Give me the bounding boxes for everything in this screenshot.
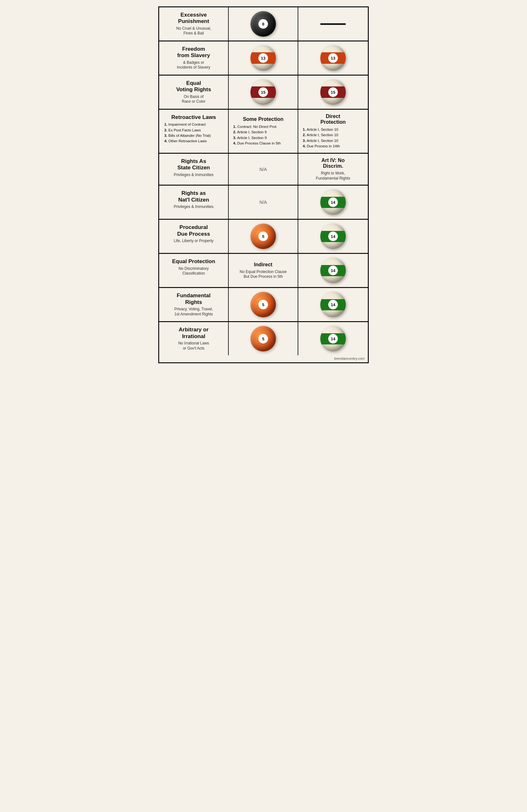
billiard-ball-13: 13	[251, 45, 276, 71]
row-subtitle: Privileges & Immunities	[174, 204, 214, 209]
cell-subtitle: No Equal Protection ClauseBut Due Proces…	[240, 270, 286, 279]
billiard-ball-14: 14	[320, 326, 346, 351]
billiard-ball-15: 15	[320, 79, 346, 105]
cell-heading: Indirect	[254, 262, 272, 267]
row-title: ExcessivePunishment	[178, 12, 209, 25]
row-procedural-due-process: ProceduralDue ProcessLife, Liberty or Pr…	[159, 220, 368, 254]
cell-heading: Some Protection	[243, 116, 283, 122]
billiard-ball-14: 14	[320, 189, 346, 215]
row-title: Rights AsState Citizen	[177, 158, 210, 171]
row-title: Arbitrary orIrrational	[179, 327, 209, 340]
row-rights-as-natl-citizen: Rights asNat'l CitizenPrivileges & Immun…	[159, 186, 368, 220]
row-subtitle: No DiscriminatoryClassification	[179, 266, 209, 276]
row-subtitle: Life, Liberty or Property	[174, 238, 214, 244]
row-rights-as-state-citizen: Rights AsState CitizenPrivileges & Immun…	[159, 154, 368, 186]
na-label: N/A	[259, 167, 267, 172]
row-list: 1. Impairment of Contract2. Ex Post Fact…	[163, 122, 224, 144]
row-subtitle: & Badges orIncidents of Slavery	[177, 60, 211, 70]
cell-heading: Art IV: NoDiscrim.	[322, 158, 345, 169]
row-subtitle: No Irrational Lawsor Gov't Acts	[178, 341, 209, 351]
row-title: Equal Protection	[172, 258, 215, 265]
footer-text: brendanconley.com	[159, 355, 368, 362]
na-label: N/A	[259, 200, 267, 205]
row-title: ProceduralDue Process	[177, 224, 210, 237]
row-fundamental-rights: FundamentalRightsPrivacy, Voting, Travel…	[159, 288, 368, 322]
billiard-ball-5: 5	[251, 292, 276, 317]
billiard-ball-5: 5	[251, 326, 276, 351]
row-subtitle: On Basis ofRace or Color	[182, 95, 205, 104]
dash-indicator	[320, 23, 346, 25]
main-page: ExcessivePunishmentNo Cruel & Unusual,Fi…	[158, 6, 369, 363]
billiard-ball-14: 14	[320, 258, 346, 283]
billiard-ball-15: 15	[251, 79, 276, 105]
billiard-ball-5: 5	[251, 223, 276, 249]
cell-list: 1. Article I, Section 102. Article I, Se…	[301, 127, 365, 149]
row-equal-protection: Equal ProtectionNo DiscriminatoryClassif…	[159, 254, 368, 288]
row-title: Retroactive Laws	[171, 114, 216, 120]
billiard-ball-8: 8	[251, 11, 276, 37]
row-equal-voting-rights: EqualVoting RightsOn Basis ofRace or Col…	[159, 76, 368, 110]
cell-heading: DirectProtection	[320, 114, 345, 125]
row-retroactive-laws: Retroactive Laws1. Impairment of Contrac…	[159, 110, 368, 154]
billiard-ball-14: 14	[320, 292, 346, 317]
cell-subtitle: Right to Work,Fundamental Rights	[316, 171, 350, 181]
row-freedom-from-slavery: Freedomfrom Slavery& Badges orIncidents …	[159, 42, 368, 76]
row-subtitle: Privacy, Voting, Travel,1st Amendment Ri…	[174, 307, 213, 317]
cell-list: 1. Contract: No Direct Prot.2. Article I…	[232, 124, 295, 146]
row-arbitrary-irrational: Arbitrary orIrrationalNo Irrational Laws…	[159, 322, 368, 355]
billiard-ball-14: 14	[320, 223, 346, 249]
row-subtitle: Privileges & Immunities	[174, 173, 214, 178]
row-title: FundamentalRights	[177, 292, 211, 306]
billiard-ball-13: 13	[320, 45, 346, 71]
row-subtitle: No Cruel & Unusual,Fines & Bail	[176, 26, 211, 36]
row-excessive-punishment: ExcessivePunishmentNo Cruel & Unusual,Fi…	[159, 8, 368, 42]
row-title: Rights asNat'l Citizen	[178, 190, 209, 203]
row-title: EqualVoting Rights	[176, 80, 211, 93]
row-title: Freedomfrom Slavery	[177, 46, 210, 59]
